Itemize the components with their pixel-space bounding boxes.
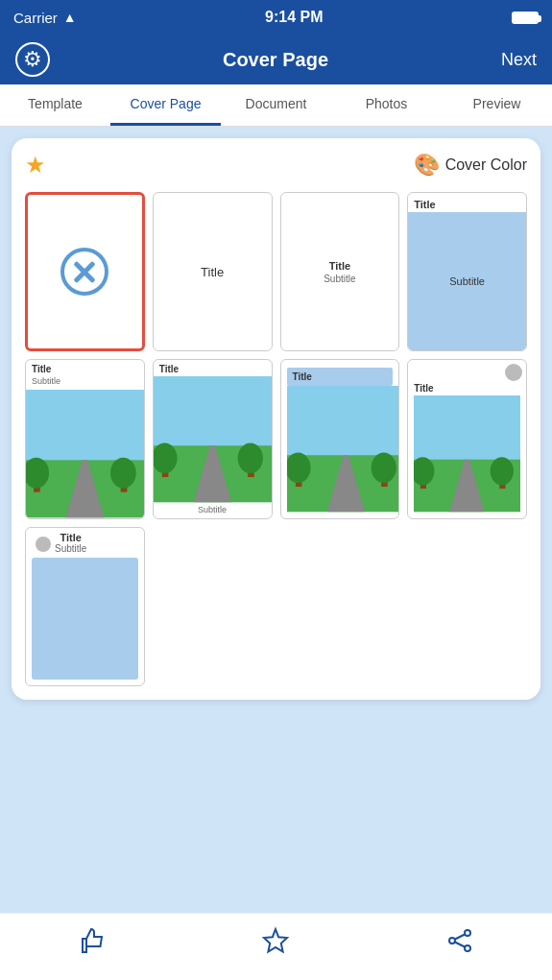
svg-point-28 xyxy=(465,930,470,936)
template-scene-circle-title[interactable]: Title xyxy=(407,359,527,518)
template-title: Title xyxy=(408,381,439,395)
svg-rect-7 xyxy=(154,376,272,452)
template-subtitle: Subtitle xyxy=(55,543,86,554)
svg-rect-21 xyxy=(414,395,520,466)
svg-point-30 xyxy=(465,945,470,951)
status-left: Carrier ▲ xyxy=(13,10,77,26)
tab-photos[interactable]: Photos xyxy=(331,84,442,126)
main-content: ★ 🎨 Cover Color Title Title Su xyxy=(0,127,552,913)
tab-template[interactable]: Template xyxy=(0,84,110,126)
template-subtitle-label: Subtitle xyxy=(324,274,355,284)
template-title: Title xyxy=(55,532,86,543)
svg-point-20 xyxy=(371,453,396,484)
template-title: Title xyxy=(154,360,272,376)
template-circle-title-sub-blue[interactable]: Title Subtitle xyxy=(25,527,145,686)
svg-point-27 xyxy=(491,458,514,486)
status-right xyxy=(512,12,539,24)
star-button[interactable] xyxy=(260,925,291,963)
template-subtitle-blue: Subtitle xyxy=(408,212,526,350)
template-title-label: Title xyxy=(201,265,224,279)
card-header: ★ 🎨 Cover Color xyxy=(25,152,527,179)
template-blue-area xyxy=(32,558,138,680)
svg-line-31 xyxy=(455,935,465,940)
nav-title: Cover Page xyxy=(223,49,328,71)
cover-color-button[interactable]: 🎨 Cover Color xyxy=(414,153,527,178)
scene-landscape xyxy=(154,376,272,502)
template-card: ★ 🎨 Cover Color Title Title Su xyxy=(12,138,540,700)
carrier-label: Carrier xyxy=(13,10,58,26)
svg-point-29 xyxy=(449,938,455,944)
cover-color-label: Cover Color xyxy=(445,156,527,174)
template-scene-bluebar[interactable]: Title xyxy=(280,359,400,518)
template-title: Title xyxy=(26,360,144,376)
template-blank[interactable] xyxy=(25,192,145,351)
svg-line-32 xyxy=(455,943,465,947)
status-bar: Carrier ▲ 9:14 PM xyxy=(0,0,552,35)
share-button[interactable] xyxy=(444,925,475,963)
template-scene-title-bottom-sub[interactable]: Title Subtitle xyxy=(153,359,273,518)
tab-bar: Template Cover Page Document Photos Prev… xyxy=(0,84,552,127)
svg-rect-0 xyxy=(26,390,144,466)
bottom-toolbar xyxy=(0,913,552,980)
template-subtitle: Subtitle xyxy=(26,376,144,390)
settings-icon[interactable] xyxy=(15,42,50,77)
circle-decoration-icon xyxy=(505,364,522,381)
template-title-blue-split[interactable]: Title Subtitle xyxy=(407,192,527,351)
circle-small-icon xyxy=(36,537,51,552)
next-button[interactable]: Next xyxy=(501,50,537,70)
scene-landscape xyxy=(26,390,144,517)
scene-landscape xyxy=(414,395,520,512)
template-title-only[interactable]: Title xyxy=(153,192,273,351)
tab-document[interactable]: Document xyxy=(221,84,331,126)
template-title-top: Title xyxy=(408,193,526,212)
template-title: Title xyxy=(287,368,394,386)
wifi-icon: ▲ xyxy=(63,10,77,25)
nav-bar: Cover Page Next xyxy=(0,35,552,84)
template-title-subtitle-center[interactable]: Title Subtitle xyxy=(280,192,400,351)
svg-point-6 xyxy=(110,458,136,489)
svg-rect-14 xyxy=(287,386,400,462)
palette-icon: 🎨 xyxy=(414,153,440,178)
favorite-star-icon[interactable]: ★ xyxy=(25,152,46,179)
template-title-label: Title xyxy=(329,260,350,272)
like-button[interactable] xyxy=(77,925,108,963)
tab-preview[interactable]: Preview xyxy=(442,84,552,126)
time-label: 9:14 PM xyxy=(265,9,323,26)
battery-icon xyxy=(512,12,539,24)
template-scene-title-sub-top[interactable]: Title Subtitle xyxy=(25,359,145,518)
scene-landscape xyxy=(287,386,400,512)
svg-point-13 xyxy=(237,443,262,474)
template-subtitle: Subtitle xyxy=(154,503,272,518)
tab-cover-page[interactable]: Cover Page xyxy=(110,84,221,126)
no-entry-icon xyxy=(60,248,108,296)
template-grid: Title Title Subtitle Title Subtitle Titl… xyxy=(25,192,527,686)
